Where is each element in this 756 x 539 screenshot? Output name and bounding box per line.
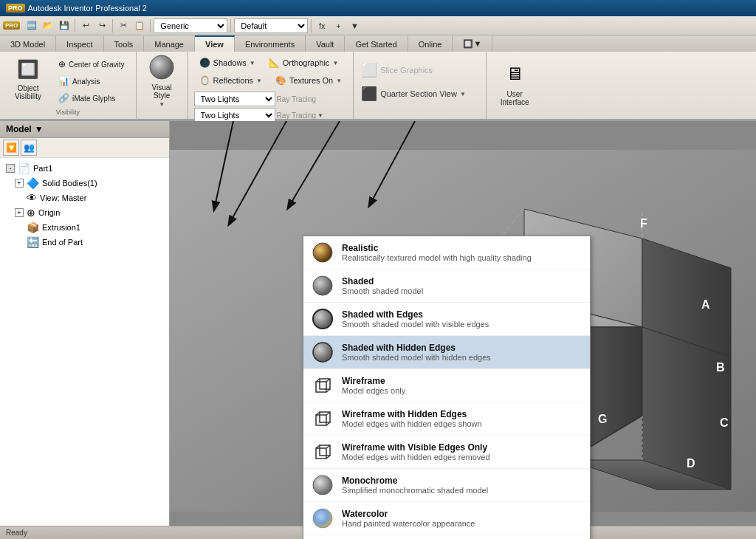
wireframe-visible-icon [311, 440, 334, 464]
quick-access-toolbar: PRO 🆕 📂 💾 ↩ ↪ ✂ 📋 Generic Default fx + ▼ [0, 16, 756, 35]
tab-view[interactable]: View [195, 35, 235, 52]
ui-group: 🖥 User Interface [487, 52, 543, 119]
tab-get-started[interactable]: Get Started [345, 35, 408, 52]
model-tree: - 📄 Part1 + 🔷 Solid Bodies(1) 👁 View: Ma… [0, 158, 169, 539]
shaded-edges-text: Shaded with Edges Smooth shaded model wi… [342, 309, 489, 329]
save-btn[interactable]: 💾 [57, 18, 72, 33]
visual-style-dropdown: Realistic Realistically textured model w… [303, 236, 591, 539]
user-interface-btn[interactable]: 🖥 User Interface [492, 55, 537, 106]
undo-btn[interactable]: ↩ [78, 18, 93, 33]
tab-inspect[interactable]: Inspect [56, 35, 103, 52]
tab-3dmodel[interactable]: 3D Model [0, 35, 56, 52]
tree-item-solid-bodies[interactable]: + 🔷 Solid Bodies(1) [0, 176, 169, 190]
sidebar-header: Model ▼ [0, 121, 169, 138]
model-label: Model [6, 124, 32, 134]
dropdown-item-shaded[interactable]: Shaded Smooth shaded model [303, 270, 590, 303]
label-d-3d: D [687, 457, 695, 470]
realistic-text: Realistic Realistically textured model w… [342, 243, 532, 262]
fx-btn[interactable]: fx [315, 18, 329, 33]
copy-btn[interactable]: 📋 [132, 18, 147, 33]
pro-badge: PRO [6, 4, 25, 13]
ribbon: 3D Model Inspect Tools Manage View Envir… [0, 35, 756, 121]
status-text: Ready [6, 529, 27, 537]
shaded-text: Shaded Smooth shaded model [342, 276, 423, 295]
main-area: Model ▼ 🔽 👥 - 📄 Part1 + 🔷 Solid Bodies(1… [0, 121, 756, 539]
svg-point-24 [313, 343, 332, 362]
open-btn[interactable]: 📂 [41, 18, 55, 33]
title-bar: PRO Autodesk Inventor Professional 2 [0, 0, 756, 16]
lights-dropdown-1[interactable]: Two Lights [194, 92, 275, 106]
svg-point-42 [313, 476, 332, 495]
object-visibility-btn[interactable]: 🔲 ObjectVisibility [6, 55, 50, 100]
dropdown-item-shaded-edges[interactable]: Shaded with Edges Smooth shaded model wi… [303, 303, 590, 336]
analysis-btn[interactable]: 📊 Analysis [53, 73, 130, 89]
tab-online[interactable]: Online [408, 35, 453, 52]
visibility-group: 🔲 ObjectVisibility ⊕ Center of Gravity 📊… [0, 52, 137, 119]
cut-btn[interactable]: ✂ [116, 18, 131, 33]
dropdown-item-monochrome[interactable]: Monochrome Simplified monochromatic shad… [303, 469, 590, 502]
label-f-3d: F [640, 217, 647, 230]
tree-item-origin[interactable]: + ⊕ Origin [0, 205, 169, 220]
tree-item-extrusion1[interactable]: 📦 Extrusion1 [0, 220, 169, 235]
tree-item-part1[interactable]: - 📄 Part1 [0, 161, 169, 176]
tab-manage[interactable]: Manage [144, 35, 195, 52]
model-dropdown-arrow[interactable]: ▼ [35, 124, 44, 134]
center-of-gravity-btn[interactable]: ⊕ Center of Gravity [53, 56, 130, 72]
file-dropdown[interactable]: Generic [154, 18, 227, 33]
wireframe-visible-text: Wireframe with Visible Edges Only Model … [342, 442, 490, 461]
redo-btn[interactable]: ↪ [94, 18, 109, 33]
section-group: ⬜ Slice Graphics ⬛ Quarter Section View … [354, 52, 487, 119]
canvas-area: F B D C G A E [170, 121, 756, 539]
wireframe-hidden-text: Wireframe with Hidden Edges Model edges … [342, 409, 482, 428]
dropdown-item-wireframe[interactable]: Wireframe Model edges only [303, 369, 590, 402]
watercolor-icon [311, 507, 334, 530]
pro-badge-qa: PRO [3, 21, 20, 30]
plus-btn[interactable]: + [331, 18, 346, 33]
visibility-group-label: Visibility [6, 109, 130, 116]
quarter-section-btn[interactable]: ⬛ Quarter Section View ▼ [360, 84, 480, 103]
tab-vault[interactable]: Vault [306, 35, 345, 52]
dropdown-item-realistic[interactable]: Realistic Realistically textured model w… [303, 236, 590, 270]
label-g-3d: G [598, 413, 607, 425]
dropdown-item-illustration[interactable]: Illustration Hand drawn appearance [303, 535, 590, 539]
filter-btn[interactable]: 🔽 [3, 140, 19, 156]
dropdown-item-wireframe-hidden[interactable]: Wireframe with Hidden Edges Model edges … [303, 402, 590, 436]
shaded-hidden-icon [311, 340, 334, 364]
shadows-btn[interactable]: 🌑 Shadows ▼ [194, 55, 261, 71]
slice-graphics-btn[interactable]: ⬜ Slice Graphics [360, 61, 480, 80]
shaded-icon [311, 274, 334, 298]
svg-point-21 [313, 276, 332, 295]
monochrome-text: Monochrome Simplified monochromatic shad… [342, 476, 488, 495]
svg-rect-26 [316, 382, 326, 392]
tab-tools[interactable]: Tools [104, 35, 145, 52]
dropdown-item-shaded-hidden[interactable]: Shaded with Hidden Edges Smooth shaded m… [303, 336, 590, 369]
tree-item-end-of-part[interactable]: 🔚 End of Part [0, 235, 169, 250]
tab-environments[interactable]: Environments [235, 35, 306, 52]
visual-style-btn[interactable]: Visual Style ▼ [142, 55, 181, 105]
expand-origin[interactable]: + [15, 208, 24, 217]
label-b-3d: B [716, 361, 725, 374]
textures-btn[interactable]: 🎨 Textures On ▼ [270, 72, 347, 89]
new-btn[interactable]: 🆕 [24, 18, 39, 33]
dropdown-item-watercolor[interactable]: Watercolor Hand painted watercolor appea… [303, 502, 590, 535]
shaded-edges-icon [311, 307, 334, 331]
lights-dropdown-2[interactable]: Two Lights [194, 108, 275, 123]
imate-glyphs-btn[interactable]: 🔗 iMate Glyphs [53, 90, 130, 106]
orthographic-btn[interactable]: 📐 Orthographic ▼ [264, 55, 344, 71]
realistic-icon [311, 241, 334, 264]
svg-rect-37 [316, 448, 326, 459]
tab-help[interactable]: 🔲▼ [453, 35, 492, 52]
expand-part1[interactable]: - [6, 164, 15, 173]
monochrome-icon [311, 473, 334, 497]
dropdown-item-wireframe-visible[interactable]: Wireframe with Visible Edges Only Model … [303, 436, 590, 469]
more-btn[interactable]: ▼ [347, 18, 362, 33]
default-dropdown[interactable]: Default [234, 18, 308, 33]
expand-solid-bodies[interactable]: + [15, 179, 24, 188]
svg-point-0 [150, 55, 173, 79]
sidebar: Model ▼ 🔽 👥 - 📄 Part1 + 🔷 Solid Bodies(1… [0, 121, 170, 539]
wireframe-text: Wireframe Model edges only [342, 376, 405, 395]
group-btn[interactable]: 👥 [21, 140, 37, 156]
reflections-btn[interactable]: 🪞 Reflections ▼ [194, 72, 267, 89]
tree-item-view-master[interactable]: 👁 View: Master [0, 190, 169, 205]
visual-style-group: Visual Style ▼ [137, 52, 188, 119]
